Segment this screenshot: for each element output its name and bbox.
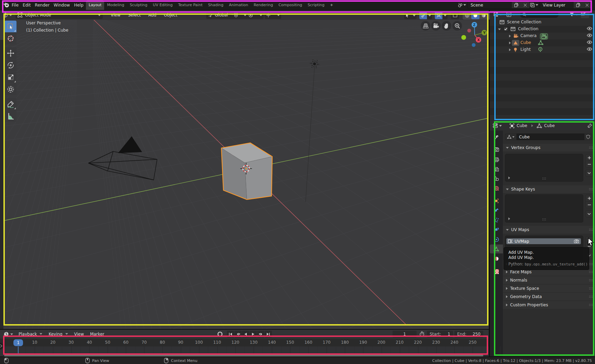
timeline-ruler[interactable]: 1020304050607080901001101201301401501601… [0, 339, 489, 346]
gizmo-dropdown[interactable] [427, 12, 432, 19]
tool-annotate-button[interactable] [4, 98, 16, 110]
current-frame-indicator[interactable]: 1 [13, 339, 23, 346]
duplicate-icon[interactable] [574, 2, 583, 8]
properties-tab-output[interactable] [490, 155, 503, 164]
tool-scale-button[interactable] [4, 71, 16, 83]
hide-eye-icon[interactable] [587, 34, 592, 37]
properties-tab-world[interactable] [490, 184, 503, 193]
properties-tab-object[interactable] [490, 196, 503, 205]
play-icon[interactable] [250, 331, 257, 338]
workspace-tab-uv-editing[interactable]: UV Editing [150, 0, 175, 10]
menu-view-timeline[interactable]: View [74, 332, 84, 337]
orientation-dropdown[interactable]: Global [206, 11, 236, 19]
shield-icon[interactable] [584, 134, 592, 140]
proportional-editing-toggle[interactable] [247, 11, 264, 19]
menu-add[interactable]: Add [145, 13, 160, 18]
mode-dropdown[interactable]: Object Mode [15, 11, 103, 19]
hide-eye-icon[interactable] [587, 27, 592, 30]
workspace-tab-animation[interactable]: Animation [226, 0, 251, 10]
editor-properties-icon[interactable] [493, 123, 502, 128]
cube-data-icon[interactable] [538, 40, 543, 45]
shape-keys-add-button[interactable] [585, 195, 593, 202]
workspace-tab-shading[interactable]: Shading [205, 0, 226, 10]
menu-playback[interactable]: Playback [19, 332, 42, 337]
current-frame-field[interactable]: 1 [393, 331, 417, 338]
view-layer-name[interactable]: View Layer [540, 3, 574, 8]
editor-outliner-icon[interactable] [493, 12, 502, 17]
xray-toggle[interactable] [451, 12, 459, 19]
duplicate-icon[interactable] [512, 2, 521, 8]
transform-pivot-dropdown[interactable] [265, 11, 281, 19]
outliner-item-label[interactable]: Camera [520, 33, 537, 38]
playhead-line[interactable] [18, 346, 19, 355]
properties-tab-tool[interactable] [490, 133, 503, 141]
vertex-groups-list[interactable] [505, 154, 583, 182]
shape-keys-specials-button[interactable] [585, 211, 593, 217]
shading-solid-button[interactable] [471, 12, 480, 19]
workspace-tab-compositing[interactable]: Compositing [276, 0, 305, 10]
vertex-groups-specials-button[interactable] [585, 170, 593, 177]
outliner-item-label[interactable]: Collection [518, 26, 538, 31]
outliner-item-scene-collection[interactable]: Scene Collection [490, 19, 595, 26]
overlays-dropdown[interactable] [443, 12, 448, 19]
properties-tab-material[interactable] [490, 254, 503, 263]
outliner-item-cube[interactable]: Cube [490, 39, 595, 46]
frame-start-field[interactable]: Start:1 [427, 331, 453, 338]
collection-checkbox[interactable] [504, 27, 508, 31]
shading-wireframe-button[interactable] [463, 12, 471, 19]
panel-header-custom-properties[interactable]: Custom Properties [503, 301, 595, 309]
menu-render[interactable]: Render [33, 3, 52, 8]
snap-toggle[interactable] [232, 11, 248, 19]
add-workspace-button[interactable]: + [327, 0, 336, 10]
disclosure-triangle-icon[interactable] [498, 29, 501, 30]
show-gizmo-toggle[interactable] [419, 12, 427, 19]
editor-timeline-icon[interactable] [3, 331, 13, 337]
frame-end-field[interactable]: End:250 [454, 331, 483, 338]
outliner-item-collection[interactable]: Collection [490, 26, 595, 33]
timeline-channels[interactable] [0, 346, 489, 354]
menu-help[interactable]: Help [72, 3, 85, 8]
search-input[interactable] [520, 12, 559, 18]
next-keyframe-icon[interactable] [257, 331, 264, 338]
menu-object[interactable]: Object [160, 13, 181, 18]
workspace-tab-modeling[interactable]: Modeling [104, 0, 127, 10]
properties-tab-object-data[interactable] [490, 244, 503, 253]
mesh-data-dropdown[interactable] [505, 134, 517, 140]
display-mode-icon[interactable] [506, 12, 515, 17]
properties-tab-modifiers[interactable] [490, 206, 503, 215]
jump-to-start-icon[interactable] [227, 331, 234, 338]
shape-keys-remove-button[interactable] [585, 201, 593, 208]
tool-measure-button[interactable] [4, 110, 16, 122]
disclosure-triangle-icon[interactable] [509, 42, 511, 44]
outliner-item-label[interactable]: Light [520, 47, 531, 52]
panel-header-vertex-groups[interactable]: Vertex Groups [503, 144, 595, 151]
uv-map-item[interactable]: UVMap [506, 238, 581, 244]
breadcrumb-data-name[interactable]: Cube [544, 123, 555, 128]
workspace-tab-scripting[interactable]: Scripting [305, 0, 327, 10]
menu-select[interactable]: Select [124, 13, 144, 18]
tool-transform-button[interactable] [4, 83, 16, 95]
workspace-tab-sculpting[interactable]: Sculpting [127, 0, 150, 10]
vertex-groups-remove-button[interactable] [585, 161, 593, 168]
outliner-item-camera[interactable]: Camera [490, 33, 595, 39]
panel-header-geometry-data[interactable]: Geometry Data [503, 293, 595, 300]
workspace-tab-rendering[interactable]: Rendering [251, 0, 276, 10]
close-icon[interactable] [521, 2, 530, 8]
view-layer-icon[interactable] [529, 1, 535, 9]
scene-name[interactable]: Scene [468, 3, 512, 8]
outliner-item-light[interactable]: Light [490, 46, 595, 53]
menu-file[interactable]: File [10, 3, 21, 8]
panel-header-shape-keys[interactable]: Shape Keys [503, 185, 595, 193]
tweak-fallback-dropdown[interactable] [404, 12, 417, 19]
light-data-icon[interactable] [538, 47, 543, 52]
show-overlays-toggle[interactable] [435, 12, 442, 19]
prev-keyframe-icon[interactable] [234, 331, 242, 338]
shape-keys-list[interactable] [505, 194, 583, 223]
tool-cursor-button[interactable] [4, 33, 16, 44]
menu-marker[interactable]: Marker [90, 332, 104, 337]
pin-icon[interactable] [587, 123, 592, 128]
menu-view[interactable]: View [107, 13, 124, 18]
properties-tab-texture[interactable] [490, 267, 503, 276]
workspace-tab-texture-paint[interactable]: Texture Paint [175, 0, 205, 10]
mesh-name-field[interactable]: Cube [517, 134, 584, 140]
